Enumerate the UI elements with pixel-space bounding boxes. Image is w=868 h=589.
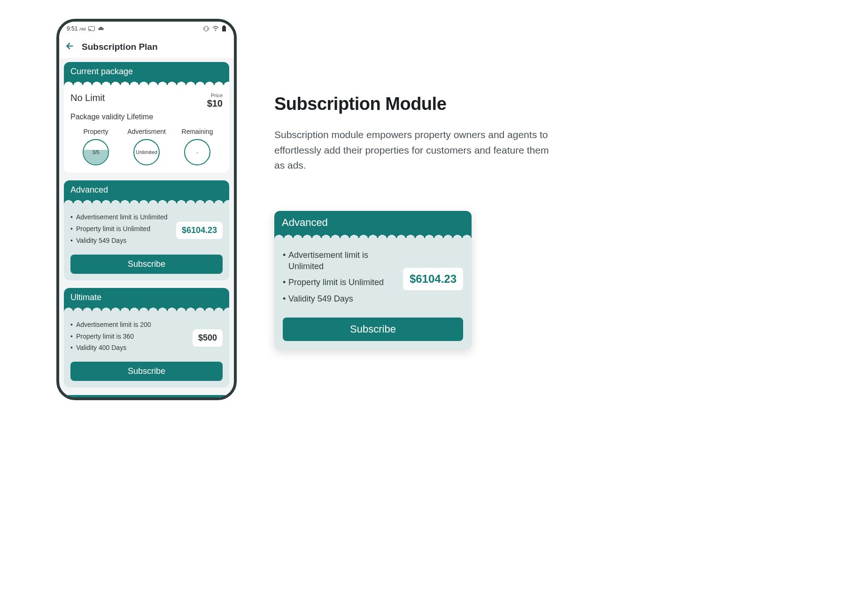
scallop-decoration [274,233,472,239]
detached-plan-card: Advanced Advertisement limit is Unlimite… [274,211,472,349]
status-time: 9:51 AM [67,25,85,32]
stat-property-value: 3/5 [92,149,99,155]
plan-feature: Advertisement limit is Unlimited [283,249,398,272]
plan-header-advanced: Advanced [64,180,229,199]
stat-advertisement-value: Unlimited [136,149,157,155]
plan-header-ultimate: Ultimate [64,288,229,306]
marketing-headline: Subscription Module [274,94,556,114]
marketing-description: Subscription module empowers property ow… [274,127,556,173]
current-package-header: Current package [64,62,229,80]
detached-plan-feature-list: Advertisement limit is Unlimited Propert… [283,249,398,309]
plan-feature: Property limit is 360 [70,332,188,341]
plan-feature: Advertisement limit is 200 [70,320,188,329]
next-card-peek [64,395,229,397]
stat-property-label: Property [70,128,121,135]
plan-feature: Validity 549 Days [283,293,398,304]
stat-remaining-circle: - [184,139,210,165]
detached-plan-price: $6104.23 [403,268,463,290]
plan-feature: Validity 549 Days [70,236,171,245]
price-label: Price [207,93,223,98]
scallop-decoration [64,306,229,312]
subscribe-button-ultimate[interactable]: Subscribe [70,362,223,381]
svg-rect-6 [222,26,226,31]
phone-frame: 9:51 AM [56,19,237,400]
plan-card-advanced: Advanced Advertisement limit is Unlimite… [64,180,229,280]
svg-rect-1 [89,29,91,30]
current-package-validity: Package validity Lifetime [70,113,223,121]
wifi-icon [212,26,219,31]
stat-advertisement: Advertisment Unlimited [121,128,172,165]
detached-subscribe-button[interactable]: Subscribe [283,318,463,341]
stat-remaining-label: Remaining [172,128,223,135]
scallop-decoration [64,199,229,204]
scallop-decoration [64,80,229,86]
plan-feature: Validity 400 Days [70,343,188,352]
plan-feature-list-ultimate: Advertisement limit is 200 Property limi… [70,320,188,356]
svg-rect-0 [89,27,95,31]
status-bar: 9:51 AM [59,22,234,36]
battery-icon [222,25,226,32]
detached-plan-header: Advanced [274,211,472,233]
stat-advertisement-circle: Unlimited [133,139,160,165]
plan-price-ultimate: $500 [193,329,223,347]
current-package-price: $10 [207,98,223,109]
plan-price-advanced: $6104.23 [176,222,223,239]
marketing-column: Subscription Module Subscription module … [274,19,556,357]
vibrate-icon [203,26,209,31]
svg-rect-2 [205,26,208,31]
stat-remaining-value: - [196,149,198,155]
plan-feature: Advertisement limit is Unlimited [70,213,171,222]
back-arrow-icon[interactable] [65,41,75,53]
app-bar: Subscription Plan [59,36,234,58]
stat-remaining: Remaining - [172,128,223,165]
svg-rect-7 [223,25,225,26]
plan-feature: Property limit is Unlimited [283,277,398,288]
cast-icon [88,26,95,31]
stat-advertisement-label: Advertisment [121,128,172,135]
cloud-icon [98,26,104,31]
stat-property-circle: 3/5 [83,139,109,165]
current-package-name: No Limit [70,93,105,103]
plan-feature: Property limit is Unlimited [70,225,171,233]
svg-point-5 [215,30,217,31]
page-title: Subscription Plan [82,42,158,52]
current-package-card: Current package No Limit Price $10 Packa… [64,62,229,173]
phone-scroll-content[interactable]: Current package No Limit Price $10 Packa… [59,58,234,397]
plan-feature-list-advanced: Advertisement limit is Unlimited Propert… [70,213,171,248]
subscribe-button-advanced[interactable]: Subscribe [70,255,223,274]
stat-property: Property 3/5 [70,128,121,165]
plan-card-ultimate: Ultimate Advertisement limit is 200 Prop… [64,288,229,388]
